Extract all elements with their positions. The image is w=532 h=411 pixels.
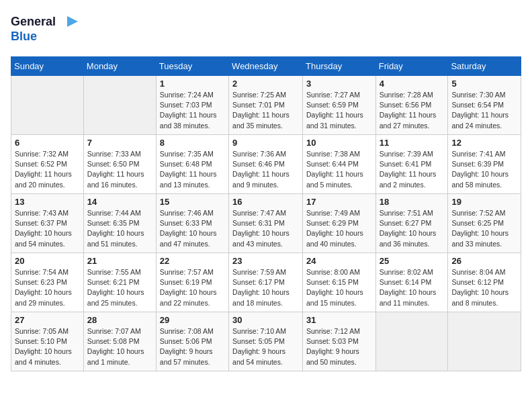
day-number: 2 (232, 79, 299, 89)
calendar-cell: 31Sunrise: 7:12 AMSunset: 5:03 PMDayligh… (303, 312, 376, 371)
day-number: 11 (380, 138, 445, 148)
day-info: Sunrise: 7:10 AMSunset: 5:05 PMDaylight:… (232, 326, 299, 367)
day-number: 17 (306, 197, 372, 207)
column-header-friday: Friday (375, 57, 448, 76)
day-info: Sunrise: 7:54 AMSunset: 6:23 PMDaylight:… (15, 267, 80, 308)
calendar-cell: 24Sunrise: 8:00 AMSunset: 6:15 PMDayligh… (303, 253, 376, 312)
calendar-week-row: 1Sunrise: 7:24 AMSunset: 7:03 PMDaylight… (11, 76, 521, 135)
day-number: 9 (232, 138, 299, 148)
day-number: 10 (306, 138, 372, 148)
day-number: 23 (232, 256, 299, 266)
calendar-cell: 20Sunrise: 7:54 AMSunset: 6:23 PMDayligh… (11, 253, 84, 312)
day-info: Sunrise: 7:05 AMSunset: 5:10 PMDaylight:… (15, 326, 80, 367)
calendar-cell: 8Sunrise: 7:35 AMSunset: 6:48 PMDaylight… (156, 135, 228, 194)
day-number: 20 (15, 256, 80, 266)
calendar-week-row: 20Sunrise: 7:54 AMSunset: 6:23 PMDayligh… (11, 253, 521, 312)
day-number: 26 (451, 256, 517, 266)
column-header-monday: Monday (83, 57, 156, 76)
calendar-cell: 26Sunrise: 8:04 AMSunset: 6:12 PMDayligh… (448, 253, 521, 312)
day-number: 3 (306, 79, 372, 89)
day-info: Sunrise: 7:35 AMSunset: 6:48 PMDaylight:… (160, 149, 225, 190)
day-number: 4 (380, 79, 445, 89)
day-info: Sunrise: 7:39 AMSunset: 6:41 PMDaylight:… (380, 149, 445, 190)
calendar-cell: 5Sunrise: 7:30 AMSunset: 6:54 PMDaylight… (448, 76, 521, 135)
day-number: 31 (306, 315, 372, 325)
day-info: Sunrise: 7:25 AMSunset: 7:01 PMDaylight:… (232, 90, 299, 131)
day-number: 22 (160, 256, 225, 266)
calendar-cell: 13Sunrise: 7:43 AMSunset: 6:37 PMDayligh… (11, 194, 84, 253)
day-number: 7 (87, 138, 152, 148)
calendar-week-row: 6Sunrise: 7:32 AMSunset: 6:52 PMDaylight… (11, 135, 521, 194)
calendar-cell: 23Sunrise: 7:59 AMSunset: 6:17 PMDayligh… (229, 253, 303, 312)
day-info: Sunrise: 7:41 AMSunset: 6:39 PMDaylight:… (451, 149, 517, 190)
day-info: Sunrise: 7:12 AMSunset: 5:03 PMDaylight:… (306, 326, 372, 367)
logo: General Blue (11, 11, 85, 48)
calendar-cell: 2Sunrise: 7:25 AMSunset: 7:01 PMDaylight… (229, 76, 303, 135)
day-number: 24 (306, 256, 372, 266)
day-info: Sunrise: 8:04 AMSunset: 6:12 PMDaylight:… (451, 267, 517, 308)
day-info: Sunrise: 7:32 AMSunset: 6:52 PMDaylight:… (15, 149, 80, 190)
calendar-cell: 22Sunrise: 7:57 AMSunset: 6:19 PMDayligh… (156, 253, 228, 312)
calendar-cell: 21Sunrise: 7:55 AMSunset: 6:21 PMDayligh… (83, 253, 156, 312)
day-number: 27 (15, 315, 80, 325)
calendar-cell: 30Sunrise: 7:10 AMSunset: 5:05 PMDayligh… (229, 312, 303, 371)
page-header: General Blue (11, 11, 521, 48)
day-number: 1 (160, 79, 225, 89)
day-info: Sunrise: 7:59 AMSunset: 6:17 PMDaylight:… (232, 267, 299, 308)
day-info: Sunrise: 7:08 AMSunset: 5:06 PMDaylight:… (160, 326, 225, 367)
calendar-cell (11, 76, 84, 135)
calendar-cell: 29Sunrise: 7:08 AMSunset: 5:06 PMDayligh… (156, 312, 228, 371)
calendar-table: SundayMondayTuesdayWednesdayThursdayFrid… (11, 56, 521, 371)
day-info: Sunrise: 7:44 AMSunset: 6:35 PMDaylight:… (87, 208, 152, 249)
column-header-saturday: Saturday (448, 57, 521, 76)
day-number: 21 (87, 256, 152, 266)
day-info: Sunrise: 7:30 AMSunset: 6:54 PMDaylight:… (451, 90, 517, 131)
calendar-cell: 12Sunrise: 7:41 AMSunset: 6:39 PMDayligh… (448, 135, 521, 194)
day-number: 12 (451, 138, 517, 148)
calendar-header-row: SundayMondayTuesdayWednesdayThursdayFrid… (11, 57, 521, 76)
day-info: Sunrise: 7:52 AMSunset: 6:25 PMDaylight:… (451, 208, 517, 249)
day-info: Sunrise: 7:33 AMSunset: 6:50 PMDaylight:… (87, 149, 152, 190)
day-number: 13 (15, 197, 80, 207)
calendar-cell (448, 312, 521, 371)
column-header-tuesday: Tuesday (156, 57, 228, 76)
day-number: 16 (232, 197, 299, 207)
day-info: Sunrise: 7:27 AMSunset: 6:59 PMDaylight:… (306, 90, 372, 131)
column-header-thursday: Thursday (303, 57, 376, 76)
day-number: 18 (380, 197, 445, 207)
logo-svg: General Blue (11, 11, 85, 46)
day-info: Sunrise: 7:07 AMSunset: 5:08 PMDaylight:… (87, 326, 152, 367)
calendar-cell: 15Sunrise: 7:46 AMSunset: 6:33 PMDayligh… (156, 194, 228, 253)
calendar-cell: 9Sunrise: 7:36 AMSunset: 6:46 PMDaylight… (229, 135, 303, 194)
day-info: Sunrise: 7:51 AMSunset: 6:27 PMDaylight:… (380, 208, 445, 249)
day-info: Sunrise: 7:46 AMSunset: 6:33 PMDaylight:… (160, 208, 225, 249)
day-number: 5 (451, 79, 517, 89)
calendar-cell: 10Sunrise: 7:38 AMSunset: 6:44 PMDayligh… (303, 135, 376, 194)
day-number: 6 (15, 138, 80, 148)
day-info: Sunrise: 7:36 AMSunset: 6:46 PMDaylight:… (232, 149, 299, 190)
calendar-cell (83, 76, 156, 135)
calendar-cell: 18Sunrise: 7:51 AMSunset: 6:27 PMDayligh… (375, 194, 448, 253)
day-info: Sunrise: 7:55 AMSunset: 6:21 PMDaylight:… (87, 267, 152, 308)
day-info: Sunrise: 7:43 AMSunset: 6:37 PMDaylight:… (15, 208, 80, 249)
calendar-cell: 1Sunrise: 7:24 AMSunset: 7:03 PMDaylight… (156, 76, 228, 135)
day-info: Sunrise: 7:49 AMSunset: 6:29 PMDaylight:… (306, 208, 372, 249)
day-number: 14 (87, 197, 152, 207)
day-number: 19 (451, 197, 517, 207)
calendar-cell: 17Sunrise: 7:49 AMSunset: 6:29 PMDayligh… (303, 194, 376, 253)
day-info: Sunrise: 7:28 AMSunset: 6:56 PMDaylight:… (380, 90, 445, 131)
calendar-cell: 11Sunrise: 7:39 AMSunset: 6:41 PMDayligh… (375, 135, 448, 194)
day-number: 15 (160, 197, 225, 207)
calendar-cell: 3Sunrise: 7:27 AMSunset: 6:59 PMDaylight… (303, 76, 376, 135)
day-info: Sunrise: 8:02 AMSunset: 6:14 PMDaylight:… (380, 267, 445, 308)
day-number: 25 (380, 256, 445, 266)
day-number: 8 (160, 138, 225, 148)
calendar-cell: 6Sunrise: 7:32 AMSunset: 6:52 PMDaylight… (11, 135, 84, 194)
day-info: Sunrise: 7:38 AMSunset: 6:44 PMDaylight:… (306, 149, 372, 190)
svg-text:General: General (11, 15, 56, 28)
day-info: Sunrise: 7:24 AMSunset: 7:03 PMDaylight:… (160, 90, 225, 131)
column-header-wednesday: Wednesday (229, 57, 303, 76)
calendar-cell: 28Sunrise: 7:07 AMSunset: 5:08 PMDayligh… (83, 312, 156, 371)
day-info: Sunrise: 8:00 AMSunset: 6:15 PMDaylight:… (306, 267, 372, 308)
calendar-cell: 7Sunrise: 7:33 AMSunset: 6:50 PMDaylight… (83, 135, 156, 194)
